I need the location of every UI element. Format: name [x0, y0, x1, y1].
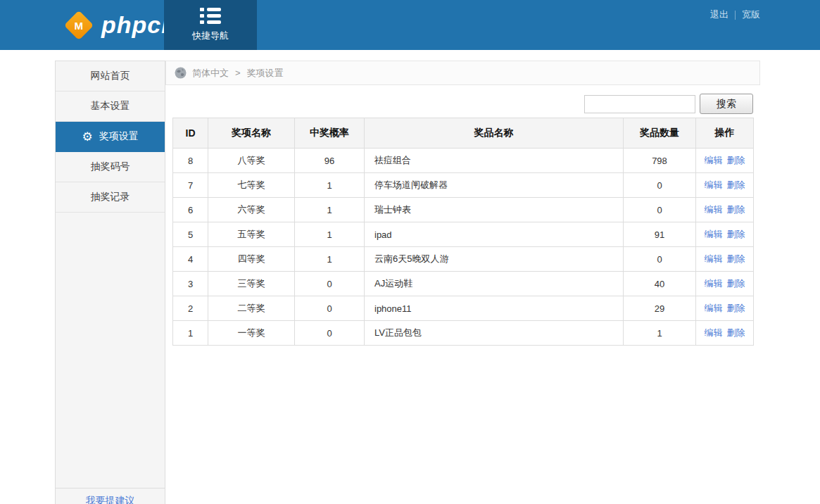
logout-link[interactable]: 退出 — [710, 8, 728, 21]
cell-id: 2 — [173, 296, 208, 321]
cell-prize-name: 四等奖 — [208, 247, 295, 272]
table-row: 3三等奖0AJ运动鞋40编辑删除 — [173, 272, 754, 296]
cell-id: 6 — [173, 198, 208, 222]
cell-product-name: AJ运动鞋 — [365, 272, 624, 296]
prize-table: ID奖项名称中奖概率奖品名称奖品数量操作 8八等奖96祛痘组合798编辑删除7七… — [172, 118, 754, 346]
column-header: 操作 — [696, 118, 754, 149]
edit-link[interactable]: 编辑 — [705, 155, 723, 165]
delete-link[interactable]: 删除 — [727, 179, 745, 190]
table-row: 1一等奖0LV正品包包1编辑删除 — [173, 321, 754, 346]
cell-probability: 1 — [295, 222, 365, 247]
search-bar: 搜索 — [584, 94, 753, 114]
sidebar-item-label: 抽奖码号 — [91, 160, 130, 173]
sidebar-item-label: 抽奖记录 — [91, 191, 130, 203]
cell-probability: 0 — [295, 296, 365, 321]
cell-prize-name: 二等奖 — [208, 296, 295, 321]
breadcrumb-lang[interactable]: 简体中文 — [192, 67, 229, 80]
cell-product-name: 瑞士钟表 — [365, 198, 624, 222]
delete-link[interactable]: 删除 — [727, 204, 745, 215]
cell-probability: 0 — [295, 321, 365, 346]
cell-probability: 1 — [295, 173, 365, 198]
gear-icon: ⚙ — [82, 131, 92, 143]
cell-product-name: ipad — [365, 222, 624, 247]
cell-id: 3 — [173, 272, 208, 296]
cell-actions: 编辑删除 — [696, 296, 754, 321]
cell-id: 1 — [173, 321, 208, 346]
quick-nav-label: 快捷导航 — [192, 30, 229, 42]
topbar-links: 退出 宽版 — [710, 8, 760, 21]
cell-actions: 编辑删除 — [696, 149, 754, 173]
sidebar-item-3[interactable]: ⚙奖项设置 — [56, 122, 165, 152]
cell-actions: 编辑删除 — [696, 272, 754, 296]
delete-link[interactable]: 删除 — [727, 327, 745, 338]
delete-link[interactable]: 删除 — [727, 278, 745, 289]
cell-probability: 96 — [295, 149, 365, 173]
cell-id: 8 — [173, 149, 208, 173]
cell-actions: 编辑删除 — [696, 222, 754, 247]
sidebar-item-1[interactable]: 网站首页 — [56, 61, 165, 92]
cell-actions: 编辑删除 — [696, 321, 754, 346]
sidebar-menu: 网站首页基本设置⚙奖项设置抽奖码号抽奖记录 — [56, 61, 165, 213]
column-header: 中奖概率 — [295, 118, 365, 149]
search-button[interactable]: 搜索 — [700, 94, 753, 114]
table-header-row: ID奖项名称中奖概率奖品名称奖品数量操作 — [173, 118, 754, 149]
cell-prize-name: 五等奖 — [208, 222, 295, 247]
cell-quantity: 29 — [624, 296, 696, 321]
cell-product-name: 云南6天5晚双人游 — [365, 247, 624, 272]
sidebar-item-label: 奖项设置 — [99, 130, 139, 143]
search-input[interactable] — [584, 95, 695, 113]
cell-quantity: 0 — [624, 247, 696, 272]
logo-text: phpci — [101, 11, 169, 39]
edit-link[interactable]: 编辑 — [705, 229, 723, 239]
table-row: 7七等奖1停车场道闸破解器0编辑删除 — [173, 173, 754, 198]
breadcrumb: 简体中文 > 奖项设置 — [165, 61, 760, 85]
sidebar: 网站首页基本设置⚙奖项设置抽奖码号抽奖记录 我要提建议 — [55, 61, 165, 504]
table-row: 4四等奖1云南6天5晚双人游0编辑删除 — [173, 247, 754, 272]
quick-nav-button[interactable]: 快捷导航 — [164, 0, 257, 50]
wide-version-link[interactable]: 宽版 — [742, 8, 760, 21]
cell-product-name: 停车场道闸破解器 — [365, 173, 624, 198]
app-logo[interactable]: M phpci — [65, 0, 169, 50]
breadcrumb-page: 奖项设置 — [247, 67, 284, 80]
edit-link[interactable]: 编辑 — [705, 327, 723, 338]
edit-link[interactable]: 编辑 — [705, 179, 723, 190]
cell-id: 7 — [173, 173, 208, 198]
edit-link[interactable]: 编辑 — [705, 303, 723, 313]
cell-actions: 编辑删除 — [696, 247, 754, 272]
cell-quantity: 0 — [624, 173, 696, 198]
table-row: 6六等奖1瑞士钟表0编辑删除 — [173, 198, 754, 222]
sidebar-item-2[interactable]: 基本设置 — [56, 92, 165, 122]
edit-link[interactable]: 编辑 — [705, 278, 723, 289]
sidebar-item-5[interactable]: 抽奖记录 — [56, 182, 165, 213]
main-content: 简体中文 > 奖项设置 搜索 ID奖项名称中奖概率奖品名称奖品数量操作 8八等奖… — [165, 61, 760, 504]
delete-link[interactable]: 删除 — [727, 303, 745, 313]
edit-link[interactable]: 编辑 — [705, 204, 723, 215]
cell-quantity: 1 — [624, 321, 696, 346]
cell-probability: 1 — [295, 198, 365, 222]
topbar-divider — [735, 11, 736, 20]
sidebar-item-label: 网站首页 — [91, 70, 130, 82]
delete-link[interactable]: 删除 — [727, 155, 745, 165]
suggest-link[interactable]: 我要提建议 — [56, 488, 165, 504]
cell-actions: 编辑删除 — [696, 198, 754, 222]
cell-prize-name: 六等奖 — [208, 198, 295, 222]
cell-product-name: LV正品包包 — [365, 321, 624, 346]
cell-product-name: iphone11 — [365, 296, 624, 321]
cell-id: 5 — [173, 222, 208, 247]
cell-id: 4 — [173, 247, 208, 272]
delete-link[interactable]: 删除 — [727, 253, 745, 264]
cell-quantity: 798 — [624, 149, 696, 173]
cell-quantity: 91 — [624, 222, 696, 247]
cell-quantity: 40 — [624, 272, 696, 296]
cell-probability: 0 — [295, 272, 365, 296]
globe-icon — [175, 67, 187, 79]
cell-actions: 编辑删除 — [696, 173, 754, 198]
cell-prize-name: 一等奖 — [208, 321, 295, 346]
column-header: 奖项名称 — [208, 118, 295, 149]
sidebar-item-4[interactable]: 抽奖码号 — [56, 152, 165, 182]
list-icon — [200, 8, 221, 24]
edit-link[interactable]: 编辑 — [705, 253, 723, 264]
delete-link[interactable]: 删除 — [727, 229, 745, 239]
cell-quantity: 0 — [624, 198, 696, 222]
sidebar-item-label: 基本设置 — [91, 100, 130, 113]
